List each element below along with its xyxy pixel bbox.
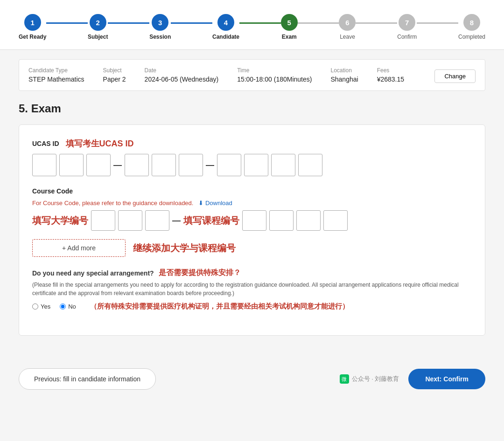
step-line-4 xyxy=(239,22,281,24)
step-circle-2: 2 xyxy=(90,14,106,31)
time-label: Time xyxy=(237,67,312,74)
course-hint-label: 填写课程编号 xyxy=(183,214,239,227)
stepper-bar: 1Get Ready2Subject3Session4Candidate5Exa… xyxy=(0,0,504,50)
add-more-button[interactable]: + Add more xyxy=(32,239,126,257)
date-value: 2024-06-05 (Wednesday) xyxy=(145,76,219,83)
course-inputs: 填写大学编号 — 填写课程编号 xyxy=(32,210,472,231)
step-circle-5: 5 xyxy=(281,14,298,31)
fees-label: Fees xyxy=(377,67,404,74)
section-title: 5. Exam xyxy=(19,102,485,115)
special-title-row: Do you need any special arrangement? 是否需… xyxy=(32,268,472,278)
step-line-6 xyxy=(356,22,397,24)
course-uni-3[interactable] xyxy=(145,210,169,231)
step-label-1: Get Ready xyxy=(19,34,46,40)
course-uni-2[interactable] xyxy=(118,210,142,231)
candidate-type-col: Candidate Type STEP Mathematics xyxy=(28,67,84,83)
special-title: Do you need any special arrangement? xyxy=(32,269,154,277)
course-code-1[interactable] xyxy=(242,210,266,231)
step-line-3 xyxy=(171,22,212,24)
course-hint-text: For Course Code, please refer to the gui… xyxy=(32,200,472,207)
ucas-input-2[interactable] xyxy=(59,154,84,176)
ucas-input-4[interactable] xyxy=(125,154,149,176)
step-circle-1: 1 xyxy=(24,14,41,31)
location-col: Location Shanghai xyxy=(330,67,358,83)
step-line-1 xyxy=(46,22,88,24)
separator-2: — xyxy=(206,160,214,170)
change-button[interactable]: Change xyxy=(434,69,476,83)
step-label-5: Exam xyxy=(282,34,297,40)
course-section: Course Code For Course Code, please refe… xyxy=(32,187,472,231)
course-extra[interactable] xyxy=(323,210,348,231)
ucas-inputs: — — xyxy=(32,154,472,176)
step-label-8: Completed xyxy=(458,34,485,40)
step-candidate[interactable]: 4Candidate xyxy=(212,14,239,40)
university-hint: 填写大学编号 xyxy=(32,214,88,227)
step-label-4: Candidate xyxy=(212,34,239,40)
step-label-3: Session xyxy=(149,34,171,40)
add-more-hint: 继续添加大学与课程编号 xyxy=(133,242,236,255)
ucas-label-row: UCAS ID 填写考生UCAS ID xyxy=(32,138,472,149)
step-circle-6: 6 xyxy=(339,14,356,31)
step-get-ready[interactable]: 1Get Ready xyxy=(19,14,46,40)
step-exam[interactable]: 5Exam xyxy=(281,14,298,40)
step-label-6: Leave xyxy=(340,34,355,40)
form-card: UCAS ID 填写考生UCAS ID — — Course Code For … xyxy=(19,124,485,336)
bottom-nav: Previous: fill in candidate information … xyxy=(0,359,504,399)
time-col: Time 15:00-18:00 (180Minutes) xyxy=(237,67,312,83)
ucas-input-7[interactable] xyxy=(217,154,241,176)
ucas-input-3[interactable] xyxy=(86,154,111,176)
step-circle-7: 7 xyxy=(399,14,415,31)
step-leave[interactable]: 6Leave xyxy=(339,14,356,40)
step-circle-8: 8 xyxy=(463,14,480,31)
ucas-input-5[interactable] xyxy=(152,154,176,176)
ucas-input-8[interactable] xyxy=(244,154,268,176)
step-label-7: Confirm xyxy=(397,34,417,40)
location-label: Location xyxy=(330,67,358,74)
ucas-input-6[interactable] xyxy=(179,154,203,176)
radio-row: Yes No （所有特殊安排需要提供医疗机构证明，并且需要经由相关考试机构同意才… xyxy=(32,302,472,311)
fees-value: ¥2683.15 xyxy=(377,76,404,83)
step-circle-3: 3 xyxy=(152,14,168,31)
info-card: Candidate Type STEP Mathematics Subject … xyxy=(19,59,485,91)
content-area: Candidate Type STEP Mathematics Subject … xyxy=(0,50,504,359)
special-title-hint: 是否需要提供特殊安排？ xyxy=(159,268,241,278)
step-completed[interactable]: 8Completed xyxy=(458,14,485,40)
radio-yes-label: Yes xyxy=(41,303,50,310)
ucas-input-9[interactable] xyxy=(271,154,295,176)
prev-button[interactable]: Previous: fill in candidate information xyxy=(19,368,156,390)
step-subject[interactable]: 2Subject xyxy=(88,14,108,40)
step-line-5 xyxy=(298,22,339,24)
next-button[interactable]: Next: Confirm xyxy=(408,369,485,389)
radio-yes[interactable]: Yes xyxy=(32,303,50,310)
step-line-7 xyxy=(417,22,458,24)
ucas-input-1[interactable] xyxy=(32,154,56,176)
location-value: Shanghai xyxy=(330,76,358,83)
step-label-2: Subject xyxy=(88,34,108,40)
subject-col: Subject Paper 2 xyxy=(103,67,126,83)
download-link[interactable]: Download xyxy=(198,200,232,207)
course-code-label: Course Code xyxy=(32,187,472,195)
radio-no-input[interactable] xyxy=(60,303,66,310)
stepper: 1Get Ready2Subject3Session4Candidate5Exa… xyxy=(19,9,485,45)
subject-value: Paper 2 xyxy=(103,76,126,83)
radio-yes-input[interactable] xyxy=(32,303,38,310)
course-code-2[interactable] xyxy=(269,210,294,231)
step-session[interactable]: 3Session xyxy=(149,14,171,40)
time-value: 15:00-18:00 (180Minutes) xyxy=(237,76,312,83)
fees-col: Fees ¥2683.15 xyxy=(377,67,404,83)
course-separator: — xyxy=(172,216,181,226)
date-label: Date xyxy=(145,67,219,74)
candidate-type-value: STEP Mathematics xyxy=(28,76,84,83)
wechat-icon: 微 xyxy=(340,374,349,384)
radio-no[interactable]: No xyxy=(60,303,76,310)
separator-1: — xyxy=(113,160,122,170)
watermark: 微 公众号 · 刘藤教育 xyxy=(340,374,399,384)
special-desc: (Please fill in the special arrangements… xyxy=(32,281,472,297)
step-confirm[interactable]: 7Confirm xyxy=(397,14,417,40)
special-section: Do you need any special arrangement? 是否需… xyxy=(32,268,472,311)
course-code-3[interactable] xyxy=(296,210,321,231)
info-row: Candidate Type STEP Mathematics Subject … xyxy=(28,67,476,83)
radio-no-label: No xyxy=(68,303,76,310)
course-uni-1[interactable] xyxy=(91,210,115,231)
ucas-input-10[interactable] xyxy=(298,154,322,176)
